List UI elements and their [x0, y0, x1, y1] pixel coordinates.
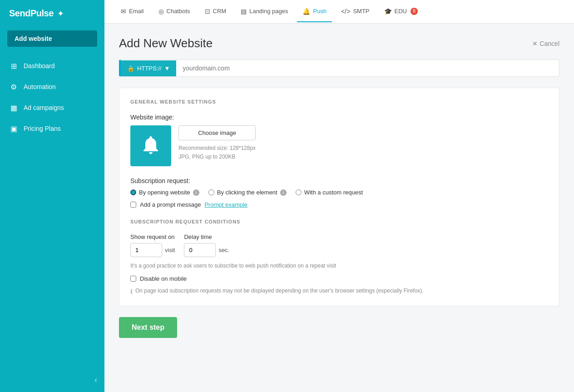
- bell-icon: [140, 134, 162, 158]
- conditions-row: Show request on visit Delay time sec.: [130, 233, 548, 257]
- add-prompt-row: Add a prompt message Prompt example: [130, 201, 548, 208]
- choose-image-button[interactable]: Choose image: [178, 125, 256, 140]
- edu-badge: 8: [411, 8, 418, 15]
- sidebar-item-automation[interactable]: ⚙ Automation: [0, 77, 104, 97]
- website-image-label: Website image:: [130, 114, 548, 121]
- landing-pages-nav-icon: ▤: [241, 8, 247, 15]
- ad-campaigns-icon: ▦: [9, 103, 18, 112]
- by-clicking-info-icon[interactable]: i: [280, 189, 287, 196]
- nav-smtp[interactable]: </> SMTP: [336, 1, 375, 22]
- nav-edu[interactable]: 🎓 EDU 8: [379, 1, 423, 22]
- url-bar: 🔒 HTTPS:// ▼: [119, 60, 559, 77]
- warning-text-content: On page load subscription requests may n…: [135, 288, 424, 294]
- warning-text-row: ℹ On page load subscription requests may…: [130, 288, 548, 295]
- add-prompt-checkbox[interactable]: [130, 202, 136, 208]
- sidebar-item-ad-campaigns[interactable]: ▦ Ad campaigns: [0, 98, 104, 118]
- disable-mobile-checkbox[interactable]: [130, 276, 136, 282]
- sidebar-item-pricing-plans[interactable]: ▣ Pricing Plans: [0, 119, 104, 139]
- sidebar-item-label-pricing-plans: Pricing Plans: [24, 125, 61, 132]
- image-hint-line2: JPG, PNG up to 200KB: [178, 153, 256, 161]
- nav-edu-label: EDU: [395, 8, 407, 15]
- dashboard-icon: ⊞: [9, 61, 18, 70]
- edu-nav-icon: 🎓: [384, 8, 392, 15]
- protocol-label: HTTPS://: [137, 65, 161, 72]
- subscription-request-label: Subscription request:: [130, 177, 548, 184]
- warning-info-icon: ℹ: [130, 288, 133, 295]
- sidebar-nav: ⊞ Dashboard ⚙ Automation ▦ Ad campaigns …: [0, 56, 104, 146]
- sidebar-item-dashboard[interactable]: ⊞ Dashboard: [0, 56, 104, 76]
- lock-icon: 🔒: [127, 65, 134, 72]
- cancel-label: Cancel: [539, 40, 559, 47]
- smtp-nav-icon: </>: [341, 8, 350, 15]
- radio-custom[interactable]: With a custom request: [296, 189, 363, 196]
- subscription-conditions-label: SUBSCRIPTION REQUEST CONDITIONS: [130, 219, 548, 224]
- visit-unit-label: visit: [165, 247, 175, 253]
- page-header: Add New Website ✕ Cancel: [119, 36, 559, 50]
- nav-chatbots[interactable]: ◎ Chatbots: [153, 1, 196, 22]
- general-settings-label: GENERAL WEBSITE SETTINGS: [130, 99, 548, 104]
- nav-landing-pages[interactable]: ▤ Landing pages: [235, 1, 293, 22]
- main-area: ✉ Email ◎ Chatbots ⊡ CRM ▤ Landing pages…: [104, 0, 574, 392]
- radio-custom-input[interactable]: [296, 189, 302, 195]
- show-request-group: Show request on visit: [130, 233, 175, 257]
- brand-wave: ✦: [57, 9, 64, 19]
- subscription-request-group: Subscription request: By opening website…: [130, 177, 548, 208]
- brand-name: SendPulse: [9, 8, 54, 19]
- disable-mobile-row: Disable on mobile: [130, 275, 548, 282]
- show-request-label: Show request on: [130, 233, 175, 240]
- general-settings-card: GENERAL WEBSITE SETTINGS Website image: …: [119, 88, 559, 306]
- nav-email[interactable]: ✉ Email: [115, 1, 149, 22]
- subscription-conditions-section: SUBSCRIPTION REQUEST CONDITIONS Show req…: [130, 219, 548, 295]
- next-step-button[interactable]: Next step: [119, 317, 177, 338]
- practice-hint: It's a good practice to ask users to sub…: [130, 263, 548, 269]
- nav-smtp-label: SMTP: [353, 8, 369, 15]
- domain-input[interactable]: [176, 60, 559, 76]
- delay-unit-label: sec.: [218, 247, 229, 253]
- automation-icon: ⚙: [9, 82, 18, 91]
- top-navigation: ✉ Email ◎ Chatbots ⊡ CRM ▤ Landing pages…: [104, 0, 574, 24]
- nav-crm-label: CRM: [213, 8, 227, 15]
- page-title: Add New Website: [119, 36, 213, 50]
- visit-count-input[interactable]: [130, 243, 162, 257]
- sidebar-item-label-ad-campaigns: Ad campaigns: [24, 104, 64, 111]
- radio-by-opening[interactable]: By opening website i: [130, 189, 199, 196]
- nav-email-label: Email: [129, 8, 144, 15]
- sidebar-collapse-button[interactable]: ‹: [94, 375, 97, 385]
- radio-by-opening-label: By opening website: [139, 189, 190, 196]
- page-content: Add New Website ✕ Cancel 🔒 HTTPS:// ▼ GE…: [104, 24, 574, 392]
- image-hint-line1: Recommended size: 128*128px: [178, 144, 256, 153]
- add-prompt-label[interactable]: Add a prompt message: [140, 201, 201, 208]
- delay-time-label: Delay time: [184, 233, 229, 240]
- radio-by-clicking[interactable]: By clicking the element i: [208, 189, 287, 196]
- crm-nav-icon: ⊡: [205, 8, 210, 15]
- image-preview: [130, 125, 171, 166]
- push-nav-icon: 🔔: [302, 8, 310, 15]
- logo: SendPulse ✦: [0, 0, 104, 27]
- image-row: Choose image Recommended size: 128*128px…: [130, 125, 548, 166]
- subscription-radio-group: By opening website i By clicking the ele…: [130, 189, 548, 196]
- delay-value-input[interactable]: [184, 243, 216, 257]
- add-website-button[interactable]: Add website: [7, 30, 97, 47]
- image-hint: Recommended size: 128*128px JPG, PNG up …: [178, 144, 256, 161]
- sidebar-item-label-dashboard: Dashboard: [24, 62, 55, 69]
- nav-landing-pages-label: Landing pages: [249, 8, 288, 15]
- cancel-x-icon: ✕: [532, 40, 538, 47]
- cancel-link[interactable]: ✕ Cancel: [532, 40, 559, 47]
- nav-crm[interactable]: ⊡ CRM: [199, 1, 232, 22]
- prompt-example-link[interactable]: Prompt example: [204, 201, 247, 208]
- nav-push[interactable]: 🔔 Push: [297, 1, 332, 22]
- protocol-dropdown[interactable]: 🔒 HTTPS:// ▼: [121, 60, 176, 76]
- website-image-group: Website image: Choose image Recommended …: [130, 114, 548, 166]
- pricing-plans-icon: ▣: [9, 124, 18, 133]
- disable-mobile-label[interactable]: Disable on mobile: [140, 275, 187, 282]
- visit-input-row: visit: [130, 243, 175, 257]
- chevron-down-icon: ▼: [164, 65, 170, 72]
- radio-by-clicking-label: By clicking the element: [217, 189, 277, 196]
- image-controls: Choose image Recommended size: 128*128px…: [178, 125, 256, 161]
- nav-chatbots-label: Chatbots: [167, 8, 190, 15]
- by-opening-info-icon[interactable]: i: [193, 189, 199, 196]
- radio-by-clicking-input[interactable]: [208, 189, 214, 195]
- nav-push-label: Push: [313, 8, 327, 15]
- delay-input-row: sec.: [184, 243, 229, 257]
- radio-by-opening-input[interactable]: [130, 189, 136, 195]
